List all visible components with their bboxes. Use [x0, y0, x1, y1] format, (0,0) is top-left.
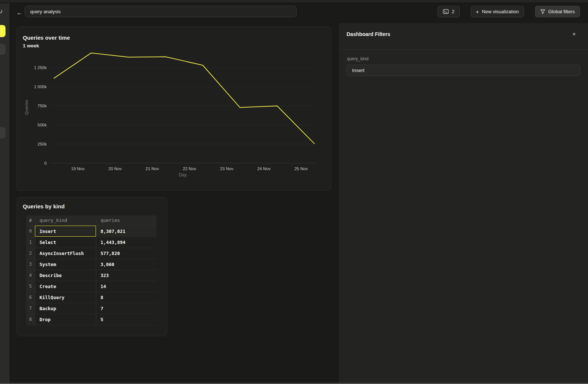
y-tick-label: 750k: [37, 104, 47, 108]
panel-divider: [339, 49, 588, 50]
y-tick-label: 0: [44, 161, 47, 165]
row-index-cell: 5: [26, 281, 35, 292]
queries-line-chart: 0250k500k750k1 000k1 250k19 Nov20 Nov21 …: [17, 27, 331, 191]
table-row: 1Select1,443,894: [26, 237, 157, 248]
filters-panel-title: Dashboard Filters: [347, 31, 390, 37]
row-index-cell: 4: [26, 270, 35, 281]
chart-title: Queries over time: [23, 35, 70, 41]
rail-item[interactable]: [0, 127, 6, 139]
y-tick-label: 1 250k: [34, 65, 47, 70]
query-kind-cell[interactable]: Create: [35, 281, 96, 292]
row-index-cell: 3: [26, 259, 35, 270]
table-row: 0Insert8,307,021: [26, 226, 157, 237]
table-header-row: # query_kind queries: [26, 215, 157, 226]
rail-item-active[interactable]: [0, 25, 6, 37]
x-tick-label: 24 Nov: [257, 166, 271, 171]
query-kind-cell[interactable]: Describe: [35, 270, 96, 281]
x-tick-label: 21 Nov: [146, 166, 159, 171]
column-header-index: #: [26, 215, 35, 226]
row-index-cell: 1: [26, 237, 35, 248]
row-index-cell: 0: [26, 226, 35, 237]
console-count: 2: [452, 9, 454, 14]
x-tick-label: 25 Nov: [294, 166, 308, 171]
table-row: 8Drop5: [26, 314, 157, 325]
table-row: 6KillQuery8: [26, 292, 157, 303]
dashboard-title-input[interactable]: [25, 6, 297, 17]
topbar-actions: 2 + New visualization Global filters: [438, 6, 580, 17]
rail-item[interactable]: [0, 44, 6, 55]
column-header-queries: queries: [96, 215, 157, 226]
query-kind-cell[interactable]: KillQuery: [35, 292, 96, 303]
queries-count-cell[interactable]: 8: [96, 292, 157, 303]
y-tick-label: 250k: [37, 142, 47, 146]
table-title: Queries by kind: [23, 203, 65, 209]
query-kind-cell[interactable]: Backup: [35, 303, 96, 314]
queries-by-kind-card: Queries by kind # query_kind queries 0In…: [17, 197, 167, 336]
plus-icon: +: [476, 8, 479, 15]
query-kind-cell[interactable]: Select: [35, 237, 96, 248]
column-header-query-kind: query_kind: [35, 215, 96, 226]
global-filters-label: Global filters: [548, 9, 575, 14]
back-arrow-icon[interactable]: ←: [14, 8, 25, 18]
y-tick-label: 1 000k: [34, 85, 47, 89]
table-row: 3System3,060: [26, 259, 157, 270]
queries-by-kind-table: # query_kind queries 0Insert8,307,0211Se…: [26, 215, 157, 325]
queries-count-cell[interactable]: 8,307,021: [96, 226, 157, 237]
top-bar: ← 2 + New visualization Global filter: [10, 3, 588, 23]
query-kind-cell[interactable]: System: [35, 259, 96, 270]
x-tick-label: 22 Nov: [183, 166, 196, 171]
filter-field-label: query_kind: [347, 56, 369, 61]
queries-count-cell[interactable]: 7: [96, 303, 157, 314]
queries-line-series: [54, 53, 315, 144]
row-index-cell: 8: [26, 314, 35, 325]
queries-count-cell[interactable]: 3,060: [96, 259, 157, 270]
queries-count-cell[interactable]: 323: [96, 270, 157, 281]
x-tick-label: 20 Nov: [108, 166, 122, 171]
row-index-cell: 7: [26, 303, 35, 314]
dashboard-canvas: 0250k500k750k1 000k1 250k19 Nov20 Nov21 …: [10, 23, 338, 383]
queries-count-cell[interactable]: 1,443,894: [96, 237, 157, 248]
history-icon[interactable]: ↻: [0, 8, 10, 15]
console-count-button[interactable]: 2: [438, 6, 459, 17]
queries-over-time-card: 0250k500k750k1 000k1 250k19 Nov20 Nov21 …: [17, 26, 331, 191]
new-visualization-label: New visualization: [482, 9, 519, 14]
row-index-cell: 2: [26, 248, 35, 259]
new-visualization-button[interactable]: + New visualization: [471, 6, 524, 17]
dashboard-filters-panel: Dashboard Filters ✕ query_kind: [338, 23, 588, 383]
funnel-icon: [540, 9, 545, 14]
queries-count-cell[interactable]: 5: [96, 314, 157, 325]
query-kind-cell[interactable]: AsyncInsertFlush: [35, 248, 96, 259]
left-rail: ↻: [0, 3, 10, 383]
query-kind-filter-input[interactable]: [347, 65, 580, 76]
terminal-icon: [443, 9, 449, 14]
table-row: 2AsyncInsertFlush577,820: [26, 248, 157, 259]
query-kind-cell[interactable]: Drop: [35, 314, 96, 325]
x-tick-label: 19 Nov: [71, 166, 85, 171]
table-row: 5Create14: [26, 281, 157, 292]
query-kind-cell[interactable]: Insert: [35, 226, 96, 237]
window-top-strip: [0, 0, 588, 3]
y-axis-title: Queries: [24, 100, 29, 115]
table-row: 4Describe323: [26, 270, 157, 281]
x-axis-title: Day: [179, 172, 186, 177]
x-tick-label: 23 Nov: [220, 166, 234, 171]
chart-subtitle: 1 week: [23, 43, 39, 49]
global-filters-button[interactable]: Global filters: [535, 6, 580, 17]
table-row: 7Backup7: [26, 303, 157, 314]
row-index-cell: 6: [26, 292, 35, 303]
y-tick-label: 500k: [37, 123, 47, 127]
queries-count-cell[interactable]: 577,820: [96, 248, 157, 259]
close-icon[interactable]: ✕: [570, 30, 578, 38]
queries-count-cell[interactable]: 14: [96, 281, 157, 292]
